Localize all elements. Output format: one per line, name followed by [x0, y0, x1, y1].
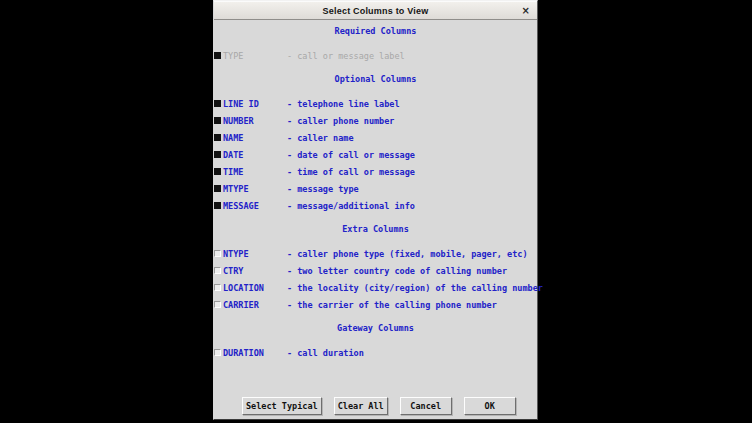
- column-row-number[interactable]: NUMBER- caller phone number: [214, 112, 537, 129]
- column-name: MESSAGE: [223, 201, 287, 211]
- column-description: - telephone line label: [287, 99, 400, 109]
- column-name: DATE: [223, 150, 287, 160]
- section-header-gateway-columns: Gateway Columns: [214, 320, 537, 337]
- column-row-name[interactable]: NAME- caller name: [214, 129, 537, 146]
- column-name: NAME: [223, 133, 287, 143]
- ok-button[interactable]: OK: [464, 397, 516, 415]
- dialog-title: Select Columns to View: [323, 6, 429, 16]
- checkbox-time[interactable]: [214, 168, 221, 175]
- column-name: NTYPE: [223, 249, 287, 259]
- checkbox-type: [214, 52, 221, 59]
- column-description: - the carrier of the calling phone numbe…: [287, 300, 497, 310]
- column-row-time[interactable]: TIME- time of call or message: [214, 163, 537, 180]
- column-name: TYPE: [223, 51, 287, 61]
- column-row-carrier[interactable]: CARRIER- the carrier of the calling phon…: [214, 296, 537, 313]
- dialog-titlebar[interactable]: Select Columns to View ×: [214, 1, 537, 20]
- section-header-optional-columns: Optional Columns: [214, 71, 537, 88]
- close-icon[interactable]: ×: [522, 6, 530, 16]
- column-row-mtype[interactable]: MTYPE- message type: [214, 180, 537, 197]
- checkbox-carrier[interactable]: [214, 301, 221, 308]
- column-description: - the locality (city/region) of the call…: [287, 283, 543, 293]
- column-row-ntype[interactable]: NTYPE- caller phone type (fixed, mobile,…: [214, 245, 537, 262]
- checkbox-name[interactable]: [214, 134, 221, 141]
- column-description: - caller phone type (fixed, mobile, page…: [287, 249, 528, 259]
- checkbox-number[interactable]: [214, 117, 221, 124]
- column-name: CARRIER: [223, 300, 287, 310]
- column-row-message[interactable]: MESSAGE- message/additional info: [214, 197, 537, 214]
- column-description: - two letter country code of calling num…: [287, 266, 507, 276]
- column-row-line-id[interactable]: LINE ID- telephone line label: [214, 95, 537, 112]
- checkbox-ntype[interactable]: [214, 250, 221, 257]
- checkbox-date[interactable]: [214, 151, 221, 158]
- checkbox-location[interactable]: [214, 284, 221, 291]
- column-name: TIME: [223, 167, 287, 177]
- column-row-location[interactable]: LOCATION- the locality (city/region) of …: [214, 279, 537, 296]
- column-name: DURATION: [223, 348, 287, 358]
- column-name: MTYPE: [223, 184, 287, 194]
- column-description: - caller phone number: [287, 116, 394, 126]
- section-header-extra-columns: Extra Columns: [214, 221, 537, 238]
- column-description: - date of call or message: [287, 150, 415, 160]
- column-row-ctry[interactable]: CTRY- two letter country code of calling…: [214, 262, 537, 279]
- checkbox-mtype[interactable]: [214, 185, 221, 192]
- clear-all-button[interactable]: Clear All: [334, 397, 388, 415]
- checkbox-line-id[interactable]: [214, 100, 221, 107]
- section-header-required-columns: Required Columns: [214, 23, 537, 40]
- button-row: Select TypicalClear AllCancelOK: [242, 397, 537, 415]
- dialog-body: Required ColumnsTYPE- call or message la…: [214, 20, 537, 361]
- desktop-background: Select Columns to View × Required Column…: [0, 0, 752, 423]
- column-name: CTRY: [223, 266, 287, 276]
- cancel-button[interactable]: Cancel: [400, 397, 452, 415]
- column-description: - time of call or message: [287, 167, 415, 177]
- select-columns-dialog: Select Columns to View × Required Column…: [213, 0, 538, 420]
- checkbox-duration[interactable]: [214, 349, 221, 356]
- column-description: - call or message label: [287, 51, 405, 61]
- column-name: NUMBER: [223, 116, 287, 126]
- column-row-date[interactable]: DATE- date of call or message: [214, 146, 537, 163]
- column-row-duration[interactable]: DURATION- call duration: [214, 344, 537, 361]
- select-typical-button[interactable]: Select Typical: [242, 397, 322, 415]
- column-description: - message type: [287, 184, 359, 194]
- column-description: - caller name: [287, 133, 354, 143]
- column-description: - call duration: [287, 348, 364, 358]
- checkbox-ctry[interactable]: [214, 267, 221, 274]
- column-row-type: TYPE- call or message label: [214, 47, 537, 64]
- column-name: LOCATION: [223, 283, 287, 293]
- column-description: - message/additional info: [287, 201, 415, 211]
- column-name: LINE ID: [223, 99, 287, 109]
- checkbox-message[interactable]: [214, 202, 221, 209]
